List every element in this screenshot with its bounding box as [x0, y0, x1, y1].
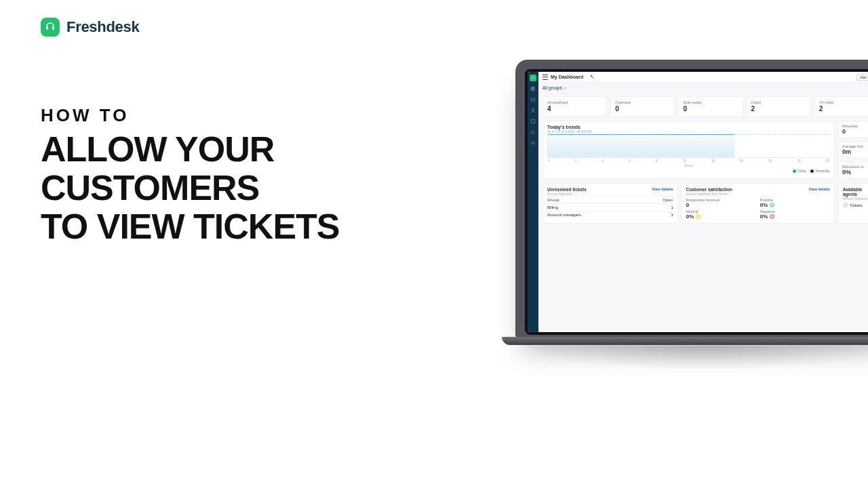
- metric-value: 0: [686, 202, 756, 208]
- bottom-panels: Unresolved tickets Across helpdesk View …: [542, 183, 868, 224]
- svg-point-7: [532, 142, 534, 144]
- table-header: Group Open: [547, 196, 673, 203]
- brand: Freshdesk: [41, 18, 139, 37]
- sidebar-solutions-icon[interactable]: [530, 118, 536, 125]
- sidebar-logo-icon[interactable]: [530, 75, 536, 81]
- panel-agents: Available agents Across helpdesk Tickets: [838, 183, 868, 224]
- laptop-shadow: [515, 346, 868, 370]
- metric-value: 0%: [842, 169, 868, 176]
- panel-title: Unresolved tickets: [547, 187, 587, 192]
- card-label: Open: [751, 100, 806, 104]
- chart-legend: Today Yesterday: [547, 169, 830, 173]
- panel-unresolved: Unresolved tickets Across helpdesk View …: [542, 183, 678, 224]
- card-unresolved[interactable]: Unresolved 4: [542, 96, 607, 117]
- chevron-down-icon[interactable]: ▾: [564, 85, 566, 90]
- sidebar-tickets-icon[interactable]: [530, 96, 536, 103]
- app-sidebar: [528, 72, 538, 332]
- tick: 2: [575, 159, 577, 163]
- table-row[interactable]: Account managers 1: [547, 211, 673, 218]
- headline: HOW TO ALLOW YOUR CUSTOMERS TO VIEW TICK…: [41, 105, 340, 247]
- hamburger-icon[interactable]: [542, 75, 548, 80]
- sidebar-reports-icon[interactable]: [530, 129, 536, 136]
- sidebar-contacts-icon[interactable]: [530, 107, 536, 114]
- headline-line-3: TO VIEW TICKETS: [41, 207, 340, 246]
- tick: 8: [656, 159, 658, 163]
- filter-bar: All groups ▾: [538, 83, 868, 92]
- trends-subtitle: as of 7th Jun 2021, 04:44 PM: [547, 129, 830, 134]
- trends-title: Today's trends: [547, 125, 830, 129]
- headline-line-2: CUSTOMERS: [41, 169, 340, 207]
- side-metrics: Resolved 0 Average first 0m Resolution w: [838, 121, 868, 179]
- card-on-hold[interactable]: On hold 2: [814, 96, 868, 117]
- metric-responses: Responses received 0: [686, 198, 756, 208]
- sidebar-dashboard-icon[interactable]: [530, 85, 536, 92]
- dashboard-main: My Dashboard ↖ Get start All groups ▾: [538, 72, 868, 332]
- tick: 20: [826, 159, 829, 163]
- metric-negative: Negative 0%: [760, 209, 830, 220]
- card-value: 0: [615, 105, 670, 113]
- col-group: Group: [547, 198, 559, 202]
- card-label: Due today: [683, 100, 738, 104]
- panel-subtitle: Across helpdesk: [843, 197, 868, 201]
- metric-value: 0m: [842, 148, 868, 155]
- cell-open: 1: [671, 205, 673, 209]
- sidebar-admin-icon[interactable]: [530, 140, 536, 146]
- series-today: [548, 134, 734, 157]
- ticket-icon: [843, 203, 848, 207]
- summary-cards: Unresolved 4 Overdue 0 Due today 0: [542, 96, 868, 117]
- metric-value: 0%: [686, 214, 756, 220]
- tick: 12: [711, 159, 715, 163]
- tick: 0: [548, 159, 550, 163]
- agents-item-label: Tickets: [850, 203, 863, 207]
- card-open[interactable]: Open 2: [747, 96, 811, 117]
- group-filter[interactable]: All groups: [542, 85, 562, 90]
- svg-rect-1: [531, 87, 532, 88]
- card-value: 2: [819, 105, 868, 113]
- card-label: On hold: [819, 100, 868, 104]
- laptop-frame: My Dashboard ↖ Get start All groups ▾: [515, 60, 868, 338]
- legend-today: Today: [793, 169, 806, 173]
- metric-resolved: Resolved 0: [838, 121, 868, 138]
- brand-name: Freshdesk: [66, 18, 139, 36]
- panel-subtitle: Across helpdesk this month: [686, 192, 732, 196]
- panel-csat: Customer satisfaction Across helpdesk th…: [682, 183, 835, 224]
- tick: 6: [629, 159, 631, 163]
- card-overdue[interactable]: Overdue 0: [610, 96, 675, 117]
- get-started-button[interactable]: Get start: [856, 74, 868, 81]
- dashboard-app: My Dashboard ↖ Get start All groups ▾: [528, 72, 868, 332]
- tick: 10: [683, 159, 686, 163]
- panel-title: Available agents: [843, 187, 868, 197]
- card-value: 4: [547, 105, 602, 113]
- col-open: Open: [663, 198, 673, 202]
- legend-yesterday: Yesterday: [810, 169, 830, 173]
- card-due-today[interactable]: Due today 0: [678, 96, 743, 117]
- tick: 18: [797, 159, 801, 163]
- laptop-screen: My Dashboard ↖ Get start All groups ▾: [528, 72, 868, 332]
- cell-open: 1: [671, 213, 673, 217]
- page-title: My Dashboard: [551, 75, 583, 79]
- topbar: My Dashboard ↖ Get start: [538, 72, 868, 83]
- agents-item: Tickets: [843, 203, 868, 207]
- trends-row: Today's trends as of 7th Jun 2021, 04:44…: [542, 121, 868, 179]
- headline-sub: HOW TO: [41, 105, 340, 126]
- positive-dot-icon: [770, 203, 774, 207]
- svg-rect-3: [531, 89, 532, 91]
- card-value: 0: [683, 105, 738, 113]
- svg-rect-5: [531, 98, 534, 101]
- tick: 4: [601, 159, 604, 163]
- freshdesk-logo-icon: [41, 18, 60, 37]
- svg-point-0: [532, 77, 534, 79]
- laptop-bezel: My Dashboard ↖ Get start All groups ▾: [525, 69, 868, 335]
- metric-resolution: Resolution w 0%: [838, 161, 868, 179]
- tick: 16: [768, 159, 772, 163]
- view-details-link[interactable]: View details: [652, 187, 673, 191]
- cursor-icon: ↖: [590, 74, 595, 80]
- metric-neutral: Neutral 0%: [686, 209, 756, 220]
- headline-line-1: ALLOW YOUR: [41, 130, 340, 169]
- view-details-link[interactable]: View details: [809, 187, 830, 191]
- svg-rect-2: [534, 87, 535, 88]
- metric-value: 0%: [760, 202, 830, 208]
- negative-dot-icon: [770, 214, 774, 219]
- table-row[interactable]: Billing 1: [547, 203, 673, 211]
- tick: 14: [740, 159, 743, 163]
